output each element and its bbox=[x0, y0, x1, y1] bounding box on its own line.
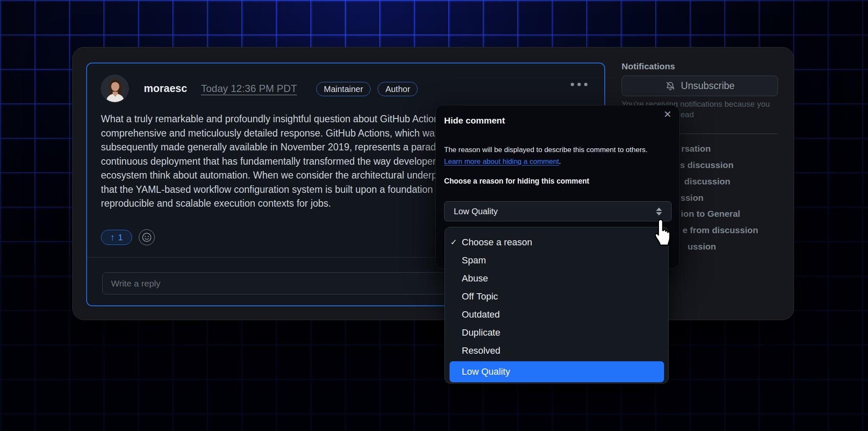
dropdown-option[interactable]: Off Topic bbox=[445, 287, 668, 305]
close-icon[interactable]: ✕ bbox=[664, 108, 672, 121]
dropdown-option[interactable]: ✓Choose a reason bbox=[445, 233, 668, 251]
dropdown-option[interactable]: Duplicate bbox=[445, 323, 668, 342]
dialog-description: The reason will be displayed to describe… bbox=[444, 144, 648, 168]
dropdown-option-label: Low Quality bbox=[462, 366, 510, 377]
sidebar-menu-item[interactable]: rsation bbox=[681, 144, 711, 154]
dropdown-option-label: Outdated bbox=[462, 309, 500, 320]
reason-dropdown-menu: ✓Choose a reasonSpamAbuseOff TopicOutdat… bbox=[445, 227, 669, 384]
check-icon: ✓ bbox=[450, 237, 457, 247]
dropdown-option-label: Resolved bbox=[462, 345, 500, 356]
sidebar-menu-item[interactable]: ssion bbox=[680, 193, 704, 203]
dropdown-option[interactable]: Spam bbox=[445, 251, 668, 269]
dialog-title: Hide comment bbox=[444, 116, 505, 126]
sidebar-menu-item[interactable]: discussion bbox=[684, 176, 730, 187]
dropdown-option-label: Abuse bbox=[462, 273, 488, 284]
page: moraesc Today 12:36 PM PDT MaintainerAut… bbox=[0, 0, 868, 431]
link-suffix: . bbox=[559, 158, 561, 166]
reason-select-value: Low Quality bbox=[454, 207, 498, 216]
reason-label: Choose a reason for hiding this comment bbox=[444, 177, 589, 186]
dropdown-option[interactable]: Resolved bbox=[445, 342, 668, 360]
dropdown-option-label: Choose a reason bbox=[462, 237, 532, 248]
dropdown-option-label: Off Topic bbox=[462, 291, 498, 302]
sidebar-menu-item[interactable]: e from discussion bbox=[683, 225, 758, 235]
sidebar-menu-item[interactable]: s discussion bbox=[680, 160, 733, 170]
sidebar-menu-item[interactable]: ion to General bbox=[681, 209, 740, 219]
select-chevrons-icon bbox=[656, 208, 662, 216]
reason-select[interactable]: Low Quality bbox=[444, 201, 672, 221]
dialog-description-text: The reason will be displayed to describe… bbox=[444, 146, 648, 154]
dropdown-option[interactable]: Outdated bbox=[445, 305, 668, 323]
dropdown-option-label: Spam bbox=[462, 255, 486, 266]
dropdown-option[interactable]: Abuse bbox=[445, 269, 668, 287]
sidebar-menu-item[interactable]: ussion bbox=[688, 242, 716, 252]
dropdown-option[interactable]: Low Quality bbox=[450, 361, 664, 382]
sidebar-menu-items: rsations discussiondiscussionssionion to… bbox=[0, 0, 868, 431]
learn-more-link[interactable]: Learn more about hiding a comment bbox=[444, 158, 559, 166]
dropdown-option-label: Duplicate bbox=[462, 327, 500, 338]
